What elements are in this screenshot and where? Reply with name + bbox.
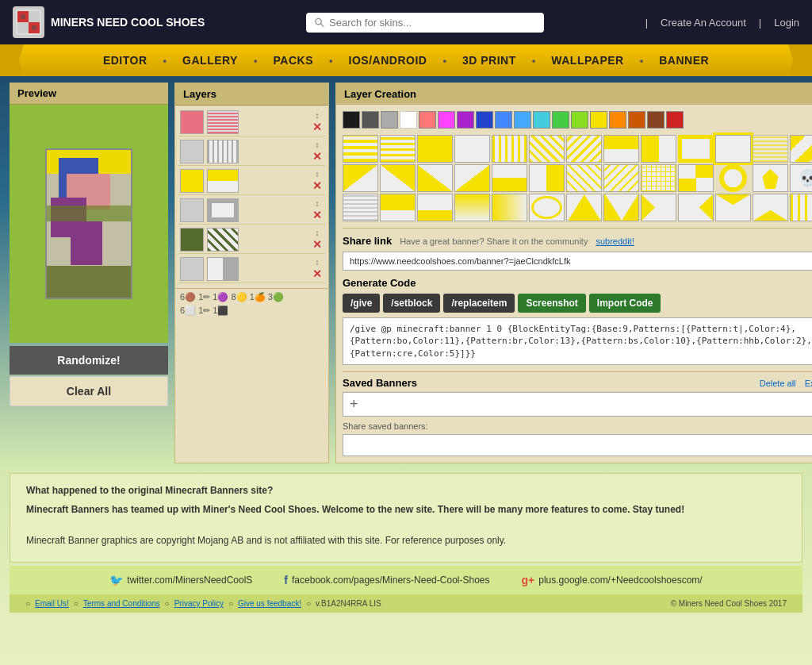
pattern-cell[interactable]: [380, 135, 416, 163]
pattern-cell[interactable]: [380, 194, 416, 221]
delete-all-link[interactable]: Delete all: [760, 379, 796, 388]
pattern-cell[interactable]: [566, 194, 602, 221]
layer-controls[interactable]: ↕ ✕: [311, 258, 324, 280]
pattern-cell[interactable]: [678, 194, 714, 221]
nav-item-editor[interactable]: EDITOR: [103, 54, 147, 67]
color-swatch[interactable]: [343, 111, 360, 129]
pattern-cell[interactable]: [790, 194, 812, 221]
pattern-cell[interactable]: [454, 135, 490, 163]
pattern-cell[interactable]: [492, 135, 527, 163]
pattern-cell[interactable]: [603, 164, 639, 192]
create-account-link[interactable]: Create An Account: [661, 17, 746, 29]
layer-up-btn[interactable]: ↕: [311, 258, 324, 267]
color-swatch[interactable]: [666, 111, 684, 129]
color-swatch[interactable]: [419, 111, 436, 129]
pattern-cell[interactable]: [529, 135, 565, 163]
pattern-cell[interactable]: [641, 135, 676, 163]
nav-item-gallery[interactable]: GALLERY: [182, 54, 238, 67]
search-bar[interactable]: [306, 13, 544, 33]
add-saved-banner-button[interactable]: +: [343, 392, 812, 417]
subreddit-link[interactable]: subreddit!: [596, 236, 634, 246]
layer-controls[interactable]: ↕ ✕: [311, 170, 324, 192]
pattern-cell[interactable]: [529, 194, 565, 221]
login-link[interactable]: Login: [774, 17, 799, 29]
color-swatch[interactable]: [381, 111, 398, 129]
email-us-link[interactable]: Email Us!: [35, 599, 69, 608]
share-saved-input[interactable]: [343, 434, 812, 456]
share-url[interactable]: https://www.needcoolshoes.com/banner?=ja…: [343, 252, 812, 271]
pattern-cell[interactable]: [417, 135, 453, 163]
color-swatch[interactable]: [647, 111, 665, 129]
color-swatch[interactable]: [476, 111, 493, 129]
facebook-link[interactable]: f facebook.com/pages/Miners-Need-Cool-Sh…: [284, 574, 489, 586]
layer-up-btn[interactable]: ↕: [311, 111, 324, 120]
pattern-cell[interactable]: [566, 135, 602, 163]
clear-all-button[interactable]: Clear All: [10, 376, 168, 406]
pattern-cell[interactable]: [753, 135, 788, 163]
pattern-cell[interactable]: [715, 135, 751, 163]
search-input[interactable]: [329, 17, 536, 29]
google-plus-link[interactable]: g+ plus.google.com/+Needcoolshoescom/: [522, 574, 703, 586]
layer-delete-btn[interactable]: ✕: [311, 267, 324, 280]
layer-delete-btn[interactable]: ✕: [311, 179, 324, 192]
layer-controls[interactable]: ↕ ✕: [311, 111, 324, 133]
layer-up-btn[interactable]: ↕: [311, 199, 324, 208]
layer-up-btn[interactable]: ↕: [311, 140, 324, 149]
color-swatch[interactable]: [495, 111, 512, 129]
pattern-cell[interactable]: [454, 194, 490, 221]
pattern-cell[interactable]: [641, 164, 676, 192]
feedback-link[interactable]: Give us feedback!: [238, 599, 301, 608]
pattern-cell[interactable]: [753, 164, 788, 192]
pattern-cell[interactable]: [678, 164, 714, 192]
layer-up-btn[interactable]: ↕: [311, 229, 324, 237]
import-code-button[interactable]: Import Code: [589, 294, 661, 313]
pattern-cell[interactable]: [678, 135, 714, 163]
setblock-button[interactable]: /setblock: [383, 294, 440, 313]
pattern-cell[interactable]: [380, 164, 416, 192]
pattern-cell[interactable]: [641, 194, 676, 221]
color-swatch[interactable]: [400, 111, 417, 129]
nav-item-banner[interactable]: BANNER: [659, 54, 709, 67]
pattern-cell[interactable]: [343, 164, 378, 192]
terms-link[interactable]: Terms and Conditions: [83, 599, 160, 608]
export-chest-link[interactable]: Export to chest: [805, 379, 812, 388]
color-swatch[interactable]: [362, 111, 379, 129]
pattern-cell[interactable]: [454, 164, 490, 192]
color-swatch[interactable]: [609, 111, 626, 129]
randomize-button[interactable]: Randomize!: [10, 346, 168, 375]
layer-delete-btn[interactable]: ✕: [311, 238, 324, 251]
color-swatch[interactable]: [533, 111, 550, 129]
pattern-cell[interactable]: [529, 164, 565, 192]
give-button[interactable]: /give: [343, 294, 380, 313]
pattern-cell[interactable]: [719, 164, 747, 192]
replaceitem-button[interactable]: /replaceitem: [443, 294, 515, 313]
pattern-cell[interactable]: [790, 135, 812, 163]
twitter-link[interactable]: 🐦 twitter.com/MinersNeedCoolS: [109, 574, 252, 586]
pattern-cell[interactable]: [566, 164, 602, 192]
layer-controls[interactable]: ↕ ✕: [311, 229, 324, 251]
pattern-cell[interactable]: [603, 194, 639, 221]
layer-controls[interactable]: ↕ ✕: [311, 199, 324, 221]
screenshot-button[interactable]: Screenshot: [518, 294, 585, 313]
nav-item-packs[interactable]: PACKS: [274, 54, 313, 67]
pattern-cell[interactable]: [417, 164, 453, 192]
pattern-cell[interactable]: 💀: [790, 164, 812, 192]
pattern-cell[interactable]: [715, 194, 751, 221]
layer-delete-btn[interactable]: ✕: [311, 209, 324, 221]
color-swatch[interactable]: [457, 111, 474, 129]
color-swatch[interactable]: [590, 111, 607, 129]
pattern-cell[interactable]: [343, 135, 378, 163]
nav-item-ios[interactable]: IOS/ANDROID: [349, 54, 427, 67]
pattern-cell[interactable]: [417, 194, 453, 221]
layer-up-btn[interactable]: ↕: [311, 170, 324, 179]
nav-item-wallpaper[interactable]: WALLPAPER: [551, 54, 623, 67]
layer-delete-btn[interactable]: ✕: [311, 121, 324, 133]
color-swatch[interactable]: [438, 111, 455, 129]
pattern-cell[interactable]: [343, 194, 378, 221]
color-swatch[interactable]: [628, 111, 645, 129]
pattern-cell[interactable]: [492, 194, 527, 221]
color-swatch[interactable]: [571, 111, 588, 129]
color-swatch[interactable]: [552, 111, 569, 129]
pattern-cell[interactable]: [753, 194, 788, 221]
pattern-cell[interactable]: [603, 135, 639, 163]
